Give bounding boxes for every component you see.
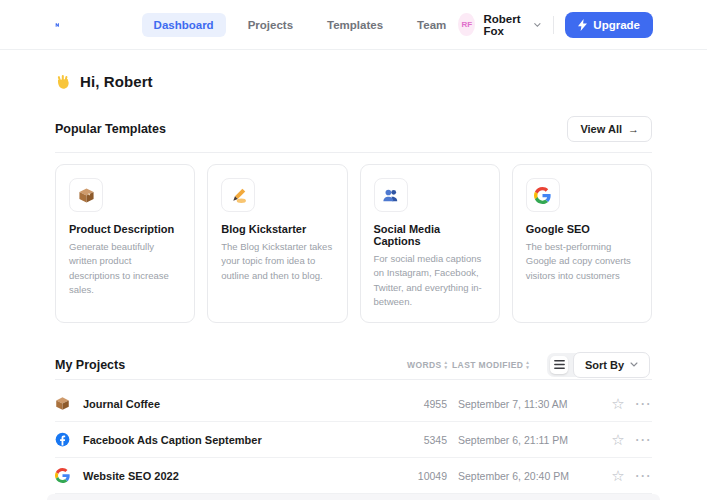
upgrade-button[interactable]: Upgrade <box>565 12 653 38</box>
table-row-facebook-ads[interactable]: Facebook Ads Caption September 5345 Sept… <box>55 422 652 458</box>
list-view-button[interactable] <box>550 356 568 374</box>
card-description: The Blog Kickstarter takes your topic fr… <box>221 240 333 283</box>
main-content: Hi, Robert Popular Templates View All → <box>0 73 707 500</box>
last-modified: September 6, 20:40 PM <box>458 470 610 482</box>
star-icon[interactable]: ☆ <box>610 395 626 413</box>
greeting-text: Hi, Robert <box>80 73 153 90</box>
column-header-last-modified[interactable]: LAST MODIFIED ▴▾ <box>452 360 529 370</box>
word-count: 10049 <box>395 470 447 482</box>
nav-dashboard[interactable]: Dashboard <box>142 13 226 37</box>
card-title: Blog Kickstarter <box>221 223 333 235</box>
last-modified: September 7, 11:30 AM <box>458 398 610 410</box>
my-projects-header: My Projects WORDS ▴▾ LAST MODIFIED ▴▾ <box>55 350 652 380</box>
section-title: Popular Templates <box>55 122 166 136</box>
card-description: For social media captions on Instagram, … <box>374 252 486 309</box>
facebook-icon <box>55 432 71 448</box>
nav-team[interactable]: Team <box>405 13 458 37</box>
template-card-google-seo[interactable]: Google SEO The best-performing Google ad… <box>512 164 652 323</box>
nav-templates[interactable]: Templates <box>315 13 395 37</box>
card-title: Product Description <box>69 223 181 235</box>
template-card-product-description[interactable]: Product Description Generate beautifully… <box>55 164 195 323</box>
project-name: Facebook Ads Caption September <box>83 434 262 446</box>
user-name[interactable]: Robert Fox <box>483 13 528 37</box>
lightning-bolt-icon <box>578 19 587 31</box>
table-row-blog-articles[interactable]: Blog Articles September 8930 September 6… <box>47 494 660 500</box>
word-count: 4955 <box>395 398 447 410</box>
package-icon <box>69 178 103 212</box>
top-nav-bar: Dashboard Projects Templates Team RF Rob… <box>0 0 707 50</box>
arrow-right-icon: → <box>628 123 639 135</box>
more-options-icon[interactable]: ··· <box>634 469 652 483</box>
words-column-label: WORDS <box>407 360 442 370</box>
template-card-social-media-captions[interactable]: Social Media Captions For social media c… <box>360 164 500 323</box>
sort-arrows-icon: ▴▾ <box>445 360 448 369</box>
google-icon <box>55 468 71 484</box>
waving-hand-icon <box>55 74 71 90</box>
section-title: My Projects <box>55 358 125 372</box>
card-description: The best-performing Google ad copy conve… <box>526 240 638 283</box>
view-all-label: View All <box>580 123 622 135</box>
chevron-down-icon[interactable] <box>534 22 541 28</box>
table-row-website-seo[interactable]: Website SEO 2022 10049 September 6, 20:4… <box>55 458 652 494</box>
sort-by-button[interactable]: Sort By <box>573 352 650 378</box>
popular-templates-section: Popular Templates View All → Product Des… <box>55 116 652 323</box>
avatar[interactable]: RF <box>458 13 475 36</box>
column-header-words[interactable]: WORDS ▴▾ <box>407 360 448 370</box>
list-icon <box>554 360 565 369</box>
template-card-blog-kickstarter[interactable]: Blog Kickstarter The Blog Kickstarter ta… <box>207 164 347 323</box>
card-title: Google SEO <box>526 223 638 235</box>
projects-table: Journal Coffee 4955 September 7, 11:30 A… <box>55 386 652 500</box>
writing-hand-icon <box>221 178 255 212</box>
card-title: Social Media Captions <box>374 223 486 247</box>
nav-projects[interactable]: Projects <box>236 13 305 37</box>
star-icon[interactable]: ☆ <box>610 431 626 449</box>
project-name: Journal Coffee <box>83 398 160 410</box>
upgrade-label: Upgrade <box>593 19 640 31</box>
chevron-down-icon <box>630 362 638 367</box>
header-right: RF Robert Fox Upgrade <box>458 12 653 38</box>
last-modified: September 6, 21:11 PM <box>458 434 610 446</box>
more-options-icon[interactable]: ··· <box>634 397 652 411</box>
project-name: Website SEO 2022 <box>83 470 179 482</box>
people-icon <box>374 178 408 212</box>
brand-logo-icon[interactable] <box>55 15 60 35</box>
popular-templates-header: Popular Templates View All → <box>55 116 652 153</box>
my-projects-section: My Projects WORDS ▴▾ LAST MODIFIED ▴▾ <box>55 350 652 500</box>
card-description: Generate beautifully written product des… <box>69 240 181 297</box>
main-nav: Dashboard Projects Templates Team <box>142 13 459 37</box>
view-all-button[interactable]: View All → <box>567 116 652 142</box>
divider <box>553 16 554 34</box>
word-count: 5345 <box>395 434 447 446</box>
template-cards: Product Description Generate beautifully… <box>55 164 652 323</box>
greeting: Hi, Robert <box>55 73 652 90</box>
sort-by-label: Sort By <box>585 359 624 371</box>
table-row-journal-coffee[interactable]: Journal Coffee 4955 September 7, 11:30 A… <box>55 386 652 422</box>
more-options-icon[interactable]: ··· <box>634 433 652 447</box>
sort-arrows-icon: ▴▾ <box>526 360 529 369</box>
google-icon <box>526 178 560 212</box>
package-icon <box>55 396 71 412</box>
last-modified-column-label: LAST MODIFIED <box>452 360 523 370</box>
star-icon[interactable]: ☆ <box>610 467 626 485</box>
